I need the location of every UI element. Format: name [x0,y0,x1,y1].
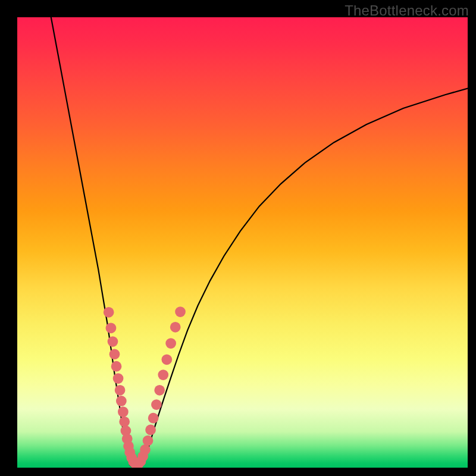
bead-marker [161,354,172,365]
bead-marker [151,399,162,410]
bead-marker [111,361,122,372]
bead-marker [113,373,124,384]
bead-marker [104,307,114,318]
bottleneck-curve [51,17,468,466]
bead-marker [154,385,165,396]
bead-marker [145,425,156,436]
bead-marker [119,416,130,427]
bead-group [104,306,186,468]
bead-marker [116,396,127,406]
plot-area [17,17,468,468]
bead-marker [118,406,129,417]
bead-marker [140,444,151,455]
bead-marker [143,436,154,446]
bead-marker [109,349,120,359]
bead-marker [106,322,117,333]
bead-marker [175,306,186,317]
bead-marker [115,385,126,396]
bead-marker [170,322,181,333]
bead-marker [108,336,118,347]
watermark-text: TheBottleneck.com [345,2,469,19]
bead-marker [158,369,168,380]
outer-frame: TheBottleneck.com [0,0,476,476]
bead-marker [148,413,159,424]
bead-marker [165,338,176,349]
chart-svg [17,17,468,468]
